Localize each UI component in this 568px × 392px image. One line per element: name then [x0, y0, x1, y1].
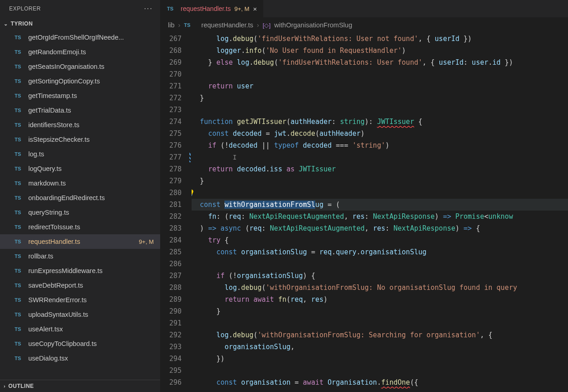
file-item[interactable]: TSqueryString.ts [0, 205, 160, 220]
chevron-down-icon: ⌄ [4, 21, 8, 27]
line-number: 277 [161, 151, 182, 163]
file-item[interactable]: TSgetTrialData.ts [0, 103, 160, 118]
file-name: getTrialData.ts [28, 107, 156, 114]
project-header[interactable]: ⌄ TYRION [0, 17, 160, 30]
line-number: 285 [161, 246, 182, 258]
file-item[interactable]: TSgetSeatsInOrganisation.ts [0, 59, 160, 74]
line-number: 282 [161, 211, 182, 222]
line-number: 291 [161, 317, 182, 329]
file-item[interactable]: TSsaveDebtReport.ts [0, 278, 160, 293]
file-item[interactable]: TSgetRandomEmoji.ts [0, 45, 160, 59]
file-item[interactable]: TSredirectToIssue.ts [0, 220, 160, 234]
code-line[interactable]: const decoded = jwt.decode(authHeader) [192, 128, 568, 139]
file-item[interactable]: TSSWRRenderError.ts [0, 293, 160, 307]
code-line[interactable]: I [192, 151, 568, 163]
breadcrumb-symbol[interactable]: withOrganisationFromSlug [274, 21, 352, 29]
code-line[interactable] [192, 317, 568, 329]
file-item[interactable]: TSisStepsizeChecker.ts [0, 132, 160, 147]
file-item[interactable]: TSlog.ts [0, 147, 160, 161]
file-item[interactable]: TSrollbar.ts [0, 249, 160, 263]
line-number: 292 [161, 329, 182, 341]
file-name: useCopyToClipboard.ts [28, 340, 156, 347]
code-line[interactable]: return decoded.iss as JWTIssuer [192, 163, 568, 175]
lightbulb-icon[interactable]: 💡 [192, 187, 195, 199]
file-item[interactable]: TSuseCopyToClipboard.ts [0, 336, 160, 351]
code-line[interactable]: } [192, 92, 568, 104]
code-line[interactable]: ) => async (req: NextApiRequestAugmented… [192, 222, 568, 234]
file-item[interactable]: TSrunExpressMiddleware.ts [0, 263, 160, 278]
code-line[interactable] [192, 258, 568, 270]
code-line[interactable]: if (!decoded || typeof decoded === 'stri… [192, 139, 568, 151]
code-line[interactable] [192, 68, 568, 80]
file-item[interactable]: TSgetSortingOptionCopy.ts [0, 74, 160, 88]
code-line[interactable] [192, 365, 568, 377]
code-line[interactable]: return user [192, 80, 568, 92]
file-name: getTimestamp.ts [28, 92, 156, 99]
file-name: isStepsizeChecker.ts [28, 136, 156, 143]
line-number: 271 [161, 80, 182, 92]
file-name: identifiersStore.ts [28, 121, 156, 129]
tab-requesthandler[interactable]: TS requestHandler.ts 9+, M × [161, 0, 263, 17]
close-icon[interactable]: × [253, 5, 257, 13]
code-line[interactable]: 💡 [192, 187, 568, 199]
line-number: 269 [161, 57, 182, 68]
typescript-icon: TS [167, 6, 176, 11]
text-cursor-icon: I [233, 151, 237, 163]
file-item[interactable]: TSuseAlert.tsx [0, 322, 160, 336]
code-line[interactable] [192, 104, 568, 116]
typescript-icon: TS [15, 78, 24, 84]
code-line[interactable]: if (!organisationSlug) { [192, 270, 568, 282]
file-list: TSgetOrgIdFromShellOrgIfNeede...TSgetRan… [0, 30, 160, 380]
code-line[interactable]: function getJWTIssuer(authHeader: string… [192, 116, 568, 128]
file-item[interactable]: TSrequestHandler.ts9+, M [0, 234, 160, 249]
code-line[interactable]: }) [192, 353, 568, 365]
code-line[interactable]: fn: (req: NextApiRequestAugmented, res: … [192, 211, 568, 222]
file-item[interactable]: TSlogQuery.ts [0, 161, 160, 176]
typescript-icon: TS [15, 239, 24, 244]
file-item[interactable]: TSidentifiersStore.ts [0, 118, 160, 132]
typescript-icon: TS [15, 49, 24, 55]
breadcrumb[interactable]: lib › TS requestHandler.ts › [◇] withOrg… [161, 17, 568, 33]
code-line[interactable]: log.debug('withOrganisationFromSlug: Sea… [192, 329, 568, 341]
file-name: getSeatsInOrganisation.ts [28, 63, 156, 70]
explorer-title: EXPLORER [9, 5, 144, 12]
file-item[interactable]: TSmarkdown.ts [0, 176, 160, 191]
file-name: uploadSyntaxUtils.ts [28, 311, 156, 318]
code-line[interactable]: log.debug('findUserWithRelations: User n… [192, 33, 568, 45]
line-number: 278 [161, 163, 182, 175]
project-name: TYRION [11, 21, 33, 27]
file-git-status: 9+, M [139, 238, 154, 245]
code-content[interactable]: log.debug('findUserWithRelations: User n… [192, 33, 568, 392]
file-item[interactable]: TSgetTimestamp.ts [0, 88, 160, 103]
file-item[interactable]: TSuploadSyntaxUtils.ts [0, 307, 160, 322]
file-name: SWRRenderError.ts [28, 296, 156, 304]
chevron-right-icon: › [178, 21, 181, 29]
code-line[interactable]: } [192, 175, 568, 187]
typescript-icon: TS [15, 108, 24, 113]
file-item[interactable]: TSuseDialog.tsx [0, 351, 160, 366]
breadcrumb-file[interactable]: requestHandler.ts [201, 21, 253, 29]
code-line[interactable]: const organisationSlug = req.query.organ… [192, 246, 568, 258]
code-line[interactable]: const withOrganisationFromSlug = ( [192, 199, 568, 211]
line-number: 281 [161, 199, 182, 211]
explorer-header: EXPLORER ··· [0, 0, 160, 17]
typescript-icon: TS [15, 93, 24, 98]
code-editor[interactable]: 2672682692702712722732742752762772782792… [161, 33, 568, 392]
code-line[interactable]: } [192, 305, 568, 317]
code-line[interactable]: return await fn(req, res) [192, 294, 568, 305]
code-line[interactable]: } else log.debug('findUserWithRelations:… [192, 57, 568, 68]
outline-section[interactable]: › OUTLINE [0, 380, 160, 392]
code-line[interactable]: organisationSlug, [192, 341, 568, 353]
typescript-icon: TS [15, 341, 24, 346]
explorer-more-icon[interactable]: ··· [144, 5, 153, 13]
code-line[interactable]: try { [192, 234, 568, 246]
code-line[interactable]: logger.info('No User found in RequestHan… [192, 45, 568, 57]
file-item[interactable]: TSgetOrgIdFromShellOrgIfNeede... [0, 30, 160, 45]
file-item[interactable]: TSonboardingEndRedirect.ts [0, 191, 160, 205]
code-line[interactable]: log.debug('withOrganisationFromSlug: No … [192, 282, 568, 294]
file-name: getOrgIdFromShellOrgIfNeede... [28, 34, 156, 41]
line-number: 272 [161, 92, 182, 104]
breadcrumb-folder[interactable]: lib [168, 21, 175, 29]
code-line[interactable]: const organisation = await Organisation.… [192, 377, 568, 388]
file-name: useAlert.tsx [28, 325, 156, 333]
